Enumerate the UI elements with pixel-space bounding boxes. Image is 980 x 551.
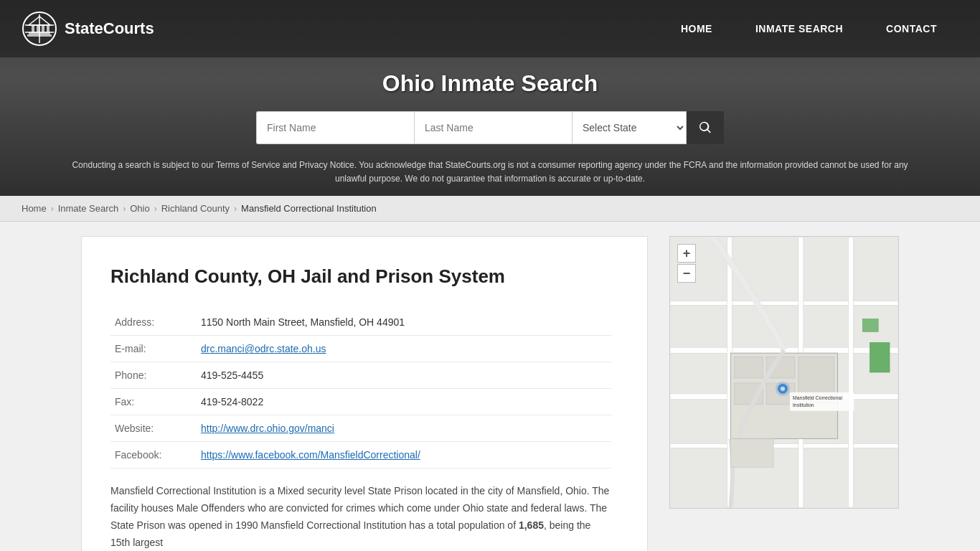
svg-rect-14	[670, 444, 898, 448]
nav-links: HOME INMATE SEARCH CONTACT	[659, 0, 958, 57]
svg-rect-27	[730, 439, 773, 468]
facebook-value: https://www.facebook.com/MansfieldCorrec…	[197, 442, 611, 468]
map-zoom-out-button[interactable]: −	[677, 264, 696, 283]
content-card: Richland County, OH Jail and Prison Syst…	[81, 236, 648, 551]
address-value: 1150 North Main Street, Mansfield, OH 44…	[197, 309, 611, 336]
email-row: E-mail: drc.manci@odrc.state.oh.us	[110, 336, 611, 362]
state-select[interactable]: Select StateAlabamaAlaskaArizonaArkansas…	[572, 111, 687, 144]
first-name-input[interactable]	[256, 111, 414, 144]
navigation: StateCourts HOME INMATE SEARCH CONTACT	[0, 0, 980, 57]
breadcrumb-sep-2: ›	[123, 204, 126, 214]
svg-text:Institution: Institution	[793, 402, 814, 408]
website-row: Website: http://www.drc.ohio.gov/manci	[110, 415, 611, 442]
phone-value: 419-525-4455	[197, 362, 611, 389]
terms-link[interactable]: Terms of Service	[216, 160, 280, 170]
breadcrumb-sep-4: ›	[234, 204, 237, 214]
facebook-row: Facebook: https://www.facebook.com/Mansf…	[110, 442, 611, 468]
website-value: http://www.drc.ohio.gov/manci	[197, 415, 611, 442]
search-icon	[698, 121, 712, 135]
privacy-link[interactable]: Privacy Notice	[299, 160, 354, 170]
breadcrumb-state[interactable]: Ohio	[130, 203, 149, 214]
svg-rect-7	[47, 25, 50, 32]
fax-value: 419-524-8022	[197, 389, 611, 415]
nav-contact[interactable]: CONTACT	[864, 0, 958, 57]
map-zoom-in-button[interactable]: +	[677, 244, 696, 263]
map-container: + −	[669, 236, 899, 509]
svg-rect-18	[848, 237, 853, 509]
fax-row: Fax: 419-524-8022	[110, 389, 611, 415]
logo-text: StateCourts	[65, 19, 154, 38]
breadcrumb-inmate-search[interactable]: Inmate Search	[58, 203, 119, 214]
svg-text:Mansfield Correctional: Mansfield Correctional	[793, 395, 842, 400]
facebook-label: Facebook:	[110, 442, 197, 468]
svg-rect-25	[862, 319, 878, 332]
svg-rect-4	[32, 25, 34, 32]
population-value: 1,685	[519, 519, 544, 531]
map-area: + −	[669, 236, 899, 551]
email-value: drc.manci@odrc.state.oh.us	[197, 336, 611, 362]
email-link[interactable]: drc.manci@odrc.state.oh.us	[201, 343, 326, 354]
search-button[interactable]	[687, 111, 724, 144]
facility-info-table: Address: 1150 North Main Street, Mansfie…	[110, 309, 611, 468]
facility-title: Richland County, OH Jail and Prison Syst…	[110, 265, 611, 288]
search-bar: Select StateAlabamaAlaskaArizonaArkansas…	[0, 104, 980, 154]
address-label: Address:	[110, 309, 197, 336]
breadcrumb: Home › Inmate Search › Ohio › Richland C…	[0, 196, 980, 222]
breadcrumb-sep-3: ›	[154, 204, 157, 214]
nav-inmate-search[interactable]: INMATE SEARCH	[734, 0, 864, 57]
last-name-input[interactable]	[414, 111, 572, 144]
map-svg: Mansfield Correctional Institution	[670, 237, 898, 508]
website-label: Website:	[110, 415, 197, 442]
email-label: E-mail:	[110, 336, 197, 362]
phone-label: Phone:	[110, 362, 197, 389]
svg-point-30	[776, 382, 790, 396]
svg-rect-6	[42, 25, 44, 32]
svg-rect-26	[870, 343, 890, 373]
phone-row: Phone: 419-525-4455	[110, 362, 611, 389]
breadcrumb-sep-1: ›	[51, 204, 54, 214]
breadcrumb-county[interactable]: Richland County	[161, 203, 230, 214]
breadcrumb-current: Mansfield Correctional Institution	[241, 203, 377, 214]
svg-rect-15	[670, 301, 898, 306]
fax-label: Fax:	[110, 389, 197, 415]
svg-rect-20	[734, 357, 763, 379]
main-content: Richland County, OH Jail and Prison Syst…	[67, 222, 913, 551]
website-link[interactable]: http://www.drc.ohio.gov/manci	[201, 423, 334, 434]
svg-rect-10	[27, 34, 52, 37]
page-title: Ohio Inmate Search	[0, 70, 980, 97]
nav-home[interactable]: HOME	[659, 0, 734, 57]
breadcrumb-home[interactable]: Home	[22, 203, 47, 214]
svg-rect-5	[37, 25, 39, 32]
logo[interactable]: StateCourts	[22, 11, 154, 47]
disclaimer: Conducting a search is subject to our Te…	[0, 154, 980, 196]
svg-rect-9	[29, 32, 50, 34]
facebook-link[interactable]: https://www.facebook.com/MansfieldCorrec…	[201, 449, 420, 461]
address-row: Address: 1150 North Main Street, Mansfie…	[110, 309, 611, 336]
facility-description: Mansfield Correctional Institution is a …	[110, 483, 611, 551]
header-title-area: Ohio Inmate Search	[0, 57, 980, 104]
